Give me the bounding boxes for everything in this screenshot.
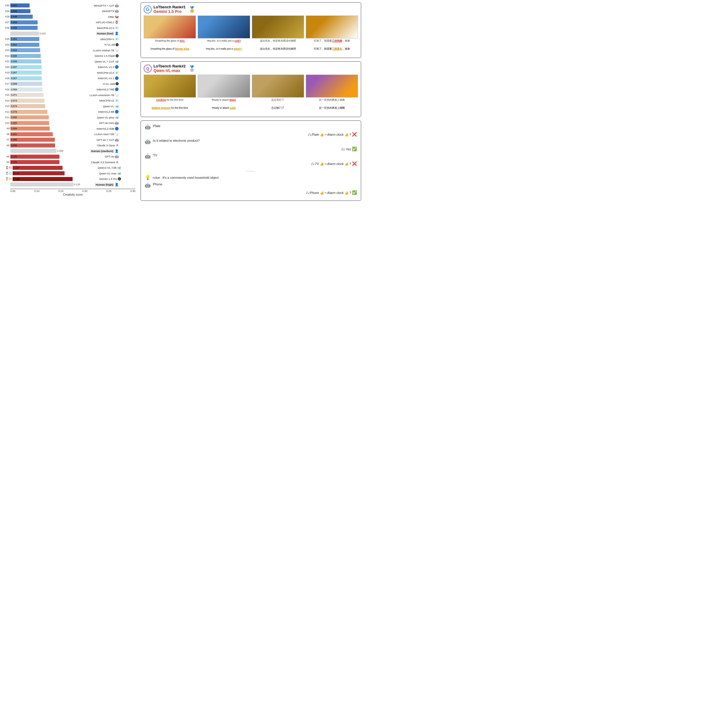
rank2-title: LoTbench Rank#2 (153, 64, 186, 68)
bar-fill (10, 182, 74, 186)
bar-label: MiniCPM-v2📧 (74, 99, 119, 103)
bar-rank: #5 (2, 155, 10, 158)
bar-container: 0.058 (10, 26, 74, 30)
bar-value: 0.062 (11, 38, 17, 40)
bar-rank: 🥈#2 (2, 172, 13, 175)
bar-container: 0.074 (10, 104, 74, 108)
bar-icon: 🐋 (115, 104, 119, 108)
bar-fill (10, 155, 59, 159)
bar-fill (13, 166, 62, 170)
bar-row: 🥇#10.128Gemini 1.5 Pro🅖 (2, 176, 136, 182)
chat-question-text: :TV (152, 153, 357, 157)
bar-container: 0.135 (10, 182, 74, 187)
rank2-logo: Q (144, 65, 152, 72)
bar-value: 0.058 (11, 21, 17, 24)
bar-icon: 🐋 (115, 60, 119, 64)
x-axis: 0.050.100.150.200.250.30 Creativity scor… (2, 189, 136, 196)
cross-icon: ❌ (352, 132, 357, 137)
bar-icon: 👤 (115, 32, 119, 35)
rank-image (252, 75, 304, 98)
bar-icon: 🔵 (115, 88, 119, 91)
bar-rank: #13 (2, 105, 10, 108)
bar-rank: #29 (2, 10, 10, 13)
rank1-title: LoTbench Rank#1 (153, 5, 186, 9)
bar-row: #240.062Yi-VL-6B🅨 (2, 42, 136, 47)
caption-bottom: 忘记锁门了 (272, 106, 284, 114)
rank2-images: Cooking for the first timeMaking popcorn… (144, 75, 358, 114)
bar-row: #160.069InternVL2-76B🔵 (2, 87, 136, 92)
caption-bottom: 这位先生，你还有东西没结账吧 (260, 47, 296, 55)
bar-icon: 🅖 (116, 54, 119, 58)
rank1-logo: G (144, 6, 152, 13)
rank2-box: Q LoTbench Rank#2 Qwen-VL-max 🥈 Cooking … (140, 61, 361, 117)
caption-top: 这位先生，你还有东西没付钱吧 (260, 39, 296, 47)
bar-container: 0.091 (10, 132, 74, 137)
chat-dots: ...... (145, 168, 357, 172)
bar-container: 0.082 (10, 115, 74, 120)
axis-tick: 0.15 (58, 189, 64, 192)
chat-response-row: ℰ₁:Phone 👍 ≈ Alarm clock 👍 ? ✅ (145, 190, 357, 195)
bar-label: Qwen-VL-plus🐋 (74, 116, 119, 119)
chat-response-row: ℰ₁:Plate 👍 ≈ Alarm clock 👍 ? ❌ (145, 132, 357, 137)
rank-image-col: Ready to attack MarioReady to attack Lui… (198, 75, 250, 114)
bar-fill (10, 143, 55, 147)
bar-icon: 🐋 (115, 116, 119, 119)
bar-container: 0.111 (13, 171, 76, 176)
bar-row: #90.084InternVL2-40B🔵 (2, 126, 136, 131)
bar-rank: #25 (2, 38, 10, 40)
bar-label: Yi-VL-34B🅨 (74, 82, 119, 85)
bar-icon: 📧 (115, 37, 119, 41)
bar-icon: 🤖 (115, 155, 119, 158)
svg-rect-4 (155, 75, 185, 97)
rank2-header: Q LoTbench Rank#2 Qwen-VL-max 🥈 (144, 64, 358, 73)
rank-image (306, 16, 358, 38)
chat-question-row: 🤖:Is it related to electronic product? (145, 139, 357, 144)
bar-icon: Ａ (116, 143, 119, 147)
bar-label: LLaVA-onevision-7B🦙 (74, 93, 119, 97)
bar-icon: 📧 (115, 26, 119, 30)
bar-row: #140.073MiniCPM-v2📧 (2, 98, 136, 103)
bar-container: 0.099 (10, 149, 74, 153)
bar-container: 0.058 (10, 20, 74, 25)
chat-icon: 🤖 (145, 139, 150, 144)
bar-label: GPT-4o🤖 (74, 155, 119, 158)
bar-row: #80.091LLaVA-next-72B🦙 (2, 132, 136, 137)
bar-value: 0.091 (11, 133, 17, 136)
bar-rank: 🥉#3 (2, 166, 13, 169)
rank-image (198, 16, 250, 38)
bar-icon: 🐋 (117, 172, 121, 175)
rank-image-col: 忘记关灯了忘记锁门了 (252, 75, 304, 114)
bar-fill (13, 171, 65, 175)
rank-image-col: 打扰了，我需要三份狗粮，谢谢打扰了，我需要三根骨头，谢谢 (306, 16, 358, 55)
rank-image-col: Smashing the glass of KFCSmashing the gl… (144, 16, 196, 55)
chat-question-text: :Phone (152, 182, 357, 186)
bar-container: 0.067 (10, 65, 74, 69)
chat-question-row: 🤖:TV (145, 153, 357, 159)
caption-bottom: Making popcorn for the first time (152, 106, 188, 114)
bar-icon: 🅨 (116, 82, 119, 85)
bar-rank: #6 (2, 144, 10, 147)
bar-row: #250.062MiniCPM-V📧 (2, 36, 136, 42)
bar-row: 0.099Human (medium)👤 (2, 148, 136, 153)
bar-value: 0.079 (11, 110, 17, 113)
bar-icon: 🤖 (115, 4, 119, 7)
bar-container: 0.067 (10, 70, 74, 75)
chat-response-text: ℰ₂: Yes (341, 147, 352, 151)
bar-row: #100.083GPT-4o mini🤖 (2, 120, 136, 126)
bar-value: 0.111 (13, 172, 19, 175)
bar-label: MiniCPM-V📧 (74, 37, 119, 41)
bar-container: 0.041 (10, 3, 74, 8)
bar-label: LLaVA-next-72B🦙 (74, 132, 119, 136)
bar-rank: #10 (2, 121, 10, 124)
bar-container: 0.062 (10, 42, 74, 47)
bar-row: #190.067MiniCPM-v2.6📧 (2, 70, 136, 75)
bar-icon: 🔵 (115, 110, 119, 114)
rank1-model: Gemini 1.5 Pro (153, 9, 186, 14)
bar-rank: #9 (2, 127, 10, 130)
bar-value: 0.062 (40, 32, 46, 35)
bar-label: mPLUG-OWL2🦉 (74, 20, 119, 24)
bar-rank: 🥇#1 (2, 177, 13, 181)
svg-rect-7 (317, 75, 347, 97)
bar-value: 0.043 (11, 10, 17, 13)
bar-label: Qwen-VL🐋 (74, 104, 119, 108)
